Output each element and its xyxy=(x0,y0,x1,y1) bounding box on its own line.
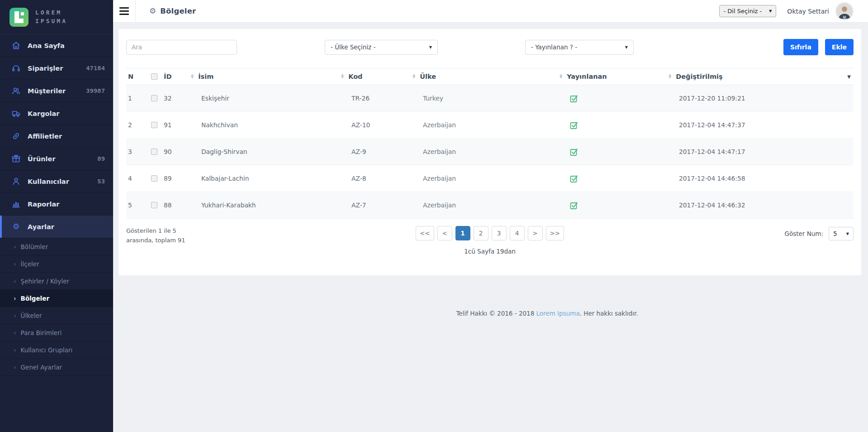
sidebar-subitem-genel-ayarlar[interactable]: ›Genel Ayarlar xyxy=(0,359,113,376)
brand-line1: LOREM xyxy=(35,9,67,17)
row-checkbox[interactable] xyxy=(151,149,157,155)
country-select[interactable]: - Ülke Seçiniz - ▼ xyxy=(325,40,438,55)
row-checkbox[interactable] xyxy=(151,122,157,128)
column-header-published[interactable]: ▲▼ Yayınlanan xyxy=(560,73,669,80)
avatar[interactable] xyxy=(835,2,854,20)
select-all-checkbox[interactable] xyxy=(151,73,157,80)
page-button-2[interactable]: 2 xyxy=(474,226,489,240)
sidebar-item-ana-sayfa[interactable]: Ana Sayfa xyxy=(0,34,113,57)
column-header-country[interactable]: ▲▼ Ülke xyxy=(413,73,560,80)
page-button-4[interactable]: 4 xyxy=(510,226,525,240)
per-page-control: Göster Num: 5 ▼ xyxy=(784,227,854,240)
sidebar-item-badge: 53 xyxy=(97,178,105,185)
chevron-right-icon: › xyxy=(14,278,16,284)
row-number-cell: 3 xyxy=(126,148,151,155)
row-checkbox[interactable] xyxy=(151,175,157,182)
customers-icon xyxy=(12,86,20,95)
table-row[interactable]: 390Daglig-ShirvanAZ-9Azerbaijan2017-12-0… xyxy=(126,139,854,165)
sidebar-subitem-label: Şehirler / Köyler xyxy=(21,278,70,285)
hamburger-menu-icon[interactable] xyxy=(113,0,136,23)
chevron-down-icon: ▼ xyxy=(846,232,849,236)
next-page-button[interactable]: > xyxy=(528,226,543,240)
row-checkbox[interactable] xyxy=(151,202,157,208)
sidebar-item-label: Kargolar xyxy=(28,110,59,117)
sidebar-subitem-sehirler-koyler[interactable]: ›Şehirler / Köyler xyxy=(0,273,113,290)
row-name-cell: Eskişehir xyxy=(191,95,341,102)
sidebar-item-label: Affilietler xyxy=(28,133,62,140)
sort-icon[interactable]: ▲▼ xyxy=(560,74,562,79)
table-row[interactable]: 132EskişehirTR-26Turkey2017-12-20 11:09:… xyxy=(126,85,854,112)
table-row[interactable]: 291NakhchivanAZ-10Azerbaijan2017-12-04 1… xyxy=(126,112,854,139)
language-select-value: - Dil Seçiniz - xyxy=(724,8,762,14)
sidebar-item-raporlar[interactable]: Raporlar xyxy=(0,193,113,216)
home-icon xyxy=(12,41,20,50)
footer-brand-link[interactable]: Lorem Ipsuma xyxy=(536,310,580,317)
row-name-cell: Nakhchivan xyxy=(191,121,341,129)
published-check-icon[interactable] xyxy=(570,174,669,183)
sidebar-subitem-ilceler[interactable]: ›İlçeler xyxy=(0,255,113,273)
language-select[interactable]: - Dil Seçiniz - ▼ xyxy=(719,5,777,17)
sidebar-subitem-bolgeler[interactable]: ›Bölgeler xyxy=(0,290,113,307)
add-button[interactable]: Ekle xyxy=(825,39,854,55)
sort-icon[interactable]: ▲▼ xyxy=(341,74,344,79)
row-country-cell: Turkey xyxy=(413,95,560,102)
sidebar-subitem-label: Bölgeler xyxy=(21,295,49,302)
table-body: 132EskişehirTR-26Turkey2017-12-20 11:09:… xyxy=(126,85,854,219)
link-icon xyxy=(12,132,20,140)
published-check-icon[interactable] xyxy=(570,121,669,130)
row-number-cell: 4 xyxy=(126,175,151,182)
sidebar-item-ayarlar[interactable]: ⚙Ayarlar xyxy=(0,216,113,238)
brand-line2: IPSUMA xyxy=(35,17,67,26)
sidebar-subitem-kullanici-gruplari[interactable]: ›Kullanıcı Grupları xyxy=(0,341,113,359)
sidebar-item-badge: 89 xyxy=(97,156,105,162)
sort-icon[interactable]: ▲▼ xyxy=(669,74,671,79)
user-icon xyxy=(12,177,20,186)
per-page-select[interactable]: 5 ▼ xyxy=(829,227,854,240)
brand-name: LOREM IPSUMA xyxy=(35,9,67,26)
last-page-button[interactable]: >> xyxy=(546,226,564,240)
filter-actions: Sıfırla Ekle xyxy=(783,39,854,55)
column-header-name[interactable]: ▲▼ İsim xyxy=(191,73,341,80)
column-options-icon[interactable]: ▼ xyxy=(847,74,851,79)
published-check-icon[interactable] xyxy=(570,201,669,210)
sort-icon[interactable]: ▲▼ xyxy=(191,74,194,79)
column-header-code[interactable]: ▲▼ Kod xyxy=(341,73,413,80)
row-published-cell xyxy=(560,94,669,103)
row-checkbox[interactable] xyxy=(151,95,157,101)
reset-button[interactable]: Sıfırla xyxy=(783,39,818,55)
row-id-cell: 91 xyxy=(164,121,191,129)
per-page-label: Göster Num: xyxy=(784,230,823,237)
published-check-icon[interactable] xyxy=(570,148,669,156)
page-button-1[interactable]: 1 xyxy=(455,226,470,240)
sidebar-item-musteriler[interactable]: Müşteriler39987 xyxy=(0,80,113,102)
search-input[interactable] xyxy=(126,40,237,55)
sidebar-item-urunler[interactable]: Ürünler89 xyxy=(0,148,113,170)
column-header-n[interactable]: N xyxy=(126,73,151,80)
first-page-button[interactable]: << xyxy=(416,226,434,240)
sidebar-item-label: Siparişler xyxy=(28,65,63,72)
table-row[interactable]: 489Kalbajar-LachinAZ-8Azerbaijan2017-12-… xyxy=(126,165,854,192)
sidebar-subitem-ulkeler[interactable]: ›Ülkeler xyxy=(0,307,113,324)
row-id-cell: 89 xyxy=(164,175,191,182)
published-select[interactable]: - Yayınlanan ? - ▼ xyxy=(525,40,634,55)
logo-area[interactable]: LOREM IPSUMA xyxy=(0,0,113,34)
sidebar-item-kullanicilar[interactable]: Kullanıcılar53 xyxy=(0,170,113,193)
sidebar-item-kargolar[interactable]: Kargolar xyxy=(0,102,113,125)
row-modified-cell: 2017-12-20 11:09:21 xyxy=(669,95,854,102)
column-header-modified[interactable]: ▲▼ Değiştirilmiş ▼ xyxy=(669,73,854,80)
prev-page-button[interactable]: < xyxy=(437,226,452,240)
sidebar-item-affilietler[interactable]: Affilietler xyxy=(0,125,113,148)
sidebar-menu: Ana SayfaSiparişler47184Müşteriler39987K… xyxy=(0,34,113,238)
sidebar-item-siparisler[interactable]: Siparişler47184 xyxy=(0,57,113,80)
page-button-3[interactable]: 3 xyxy=(492,226,507,240)
truck-icon xyxy=(12,109,20,118)
sidebar-subitem-bolumler[interactable]: ›Bölümler xyxy=(0,238,113,255)
sidebar-item-label: Müşteriler xyxy=(28,87,66,95)
sidebar-subitem-para-birimleri[interactable]: ›Para Birimleri xyxy=(0,324,113,341)
sort-icon[interactable]: ▲▼ xyxy=(413,74,415,79)
table-row[interactable]: 588Yukhari-KarabakhAZ-7Azerbaijan2017-12… xyxy=(126,192,854,219)
table-header-row: N İD ▲▼ İsim ▲▼ Kod ▲▼ Ülke ▲▼ xyxy=(126,68,854,85)
row-code-cell: AZ-10 xyxy=(341,121,413,129)
published-check-icon[interactable] xyxy=(570,94,669,103)
column-header-id[interactable]: İD xyxy=(164,73,191,80)
